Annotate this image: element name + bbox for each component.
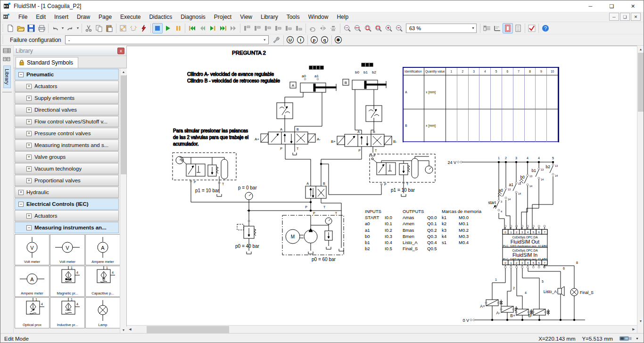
menu-project[interactable]: Project [210, 12, 236, 22]
switch-b2[interactable]: 1314b2 [532, 162, 558, 229]
symbols-panel-icon[interactable] [2, 55, 12, 64]
bolt-button[interactable] [139, 23, 149, 33]
directional-valve-a[interactable]: A+ A- A B P T [255, 128, 321, 150]
pan-button[interactable] [128, 23, 139, 33]
symbol-amp-v[interactable]: AAmpere meter [85, 234, 120, 265]
print-button[interactable] [36, 23, 47, 33]
menu-file[interactable]: File [14, 12, 32, 22]
accumulator-unit-right[interactable] [370, 154, 435, 182]
chevron-down-icon[interactable]: ▼ [60, 23, 65, 33]
symbol-volt-v[interactable]: VVolt meter [15, 234, 50, 265]
rotate-button[interactable] [307, 23, 318, 33]
menu-library[interactable]: Library [256, 12, 282, 22]
tree-item-actuators[interactable]: +Actuators [15, 210, 119, 221]
tree-item-flow-control-valves-shutoff-v-[interactable]: +Flow control valves/Shutoff v... [15, 116, 119, 127]
scrollbar-thumb[interactable] [121, 75, 126, 174]
cut-button[interactable] [83, 23, 94, 33]
toolbar-grip[interactable] [1, 24, 4, 33]
menu-insert[interactable]: Insert [50, 12, 73, 22]
ffwd-button[interactable] [228, 23, 239, 33]
symbol-prox-capacitive[interactable]: 14Capacitive p... [85, 266, 120, 297]
zoom-width-button[interactable] [352, 23, 363, 33]
watch-current-I-button[interactable]: I [296, 35, 306, 45]
scroll-left-icon[interactable]: ◀ [127, 326, 133, 333]
copy-button[interactable] [94, 23, 104, 33]
tree-item-vacuum-technology[interactable]: +Vacuum technology [15, 163, 119, 174]
library-scrollbar[interactable]: ▲ ▼ [120, 68, 126, 333]
expand-icon[interactable]: + [26, 107, 32, 113]
minimize-button[interactable]: ─ [580, 0, 601, 12]
flow-control-valve-b[interactable] [366, 106, 382, 122]
collapse-icon[interactable]: − [18, 202, 24, 207]
to-end-button[interactable] [218, 23, 228, 33]
flip-v-button[interactable] [328, 23, 339, 33]
layout-button[interactable] [492, 23, 503, 33]
library-dock-tab[interactable]: Library [3, 65, 11, 88]
zoom-level-select[interactable]: 63 %▼ [406, 24, 477, 33]
expand-icon[interactable]: + [26, 143, 32, 148]
accumulator-unit-left[interactable] [173, 153, 236, 180]
scroll-right-icon[interactable]: ▶ [630, 326, 637, 333]
scroll-up-icon[interactable]: ▲ [120, 68, 127, 75]
menu-draw[interactable]: Draw [73, 12, 94, 22]
play-step-button[interactable] [207, 23, 218, 33]
frames-button[interactable] [482, 23, 492, 33]
restore-button[interactable]: ❏ [601, 0, 622, 12]
stop-button[interactable] [152, 23, 163, 33]
symbol-volt-h[interactable]: VVolt meter [50, 234, 85, 265]
switch-b0[interactable]: 1314b0 [520, 162, 532, 229]
paste-button[interactable] [104, 23, 115, 33]
hscrollbar-thumb[interactable] [147, 326, 229, 333]
watch-pressure-p-button[interactable]: p [309, 35, 320, 45]
directional-valve-b[interactable]: B+ B- A B P T [331, 130, 397, 152]
mdi-close-button[interactable]: ✕ [631, 13, 641, 21]
cylinder-a[interactable]: a0 a1 A [290, 66, 336, 92]
expand-icon[interactable]: + [26, 96, 32, 101]
menu-tools[interactable]: Tools [282, 12, 304, 22]
menu-diagnosis[interactable]: Diagnosis [176, 12, 210, 22]
tree-item-supply-elements[interactable]: +Supply elements [15, 92, 119, 104]
symbol-lamp[interactable]: Lamp [85, 297, 120, 328]
menu-edit[interactable]: Edit [32, 12, 50, 22]
schematic-canvas[interactable]: PREGUNTA 2 Cilindro A- velocidad de avan… [127, 46, 637, 333]
library-panel-header[interactable]: Library x [14, 46, 126, 56]
license-dongle-indicator[interactable]: ▼ [619, 335, 639, 342]
expand-icon[interactable]: + [26, 166, 32, 172]
check-button[interactable] [527, 23, 537, 33]
mdi-minimize-button[interactable]: ─ [609, 13, 619, 21]
align-middle-button[interactable] [283, 23, 294, 33]
symbol-prox-inductive[interactable]: 14Inductive pr... [50, 297, 85, 328]
pause-button[interactable] [173, 23, 183, 33]
align-right-button[interactable] [263, 23, 273, 33]
displacement-step-table[interactable]: IdentificationQuantity value12345678910A… [403, 67, 559, 142]
scroll-up-icon[interactable]: ▲ [637, 46, 644, 52]
close-button[interactable]: ✕ [622, 0, 644, 12]
tree-item-proportional-valves[interactable]: +Proportional valves [15, 175, 119, 186]
wrench-button[interactable] [272, 35, 282, 45]
scroll-down-icon[interactable]: ▼ [637, 318, 644, 324]
fit-button[interactable] [118, 23, 128, 33]
collapse-icon[interactable]: − [18, 72, 24, 77]
panel-icon[interactable] [2, 47, 12, 55]
play-button[interactable] [163, 23, 173, 33]
expand-icon[interactable]: + [26, 119, 32, 124]
relief-valve[interactable]: p0 = 40 bar [235, 224, 260, 249]
help-button[interactable]: ? [540, 23, 551, 33]
failure-configuration-select[interactable]: - ▼ [65, 35, 269, 44]
pressure-gauge[interactable]: p = 0 bar [238, 185, 257, 200]
tree-item-hydraulic[interactable]: +Hydraulic [15, 187, 119, 198]
tree-item-measuring-instruments-and-s-[interactable]: +Measuring instruments and s... [15, 139, 119, 151]
canvas-vscrollbar[interactable]: ▲ ▼ [637, 46, 644, 333]
zoom-100-button[interactable] [342, 23, 352, 33]
library-close-icon[interactable]: x [117, 48, 124, 54]
zoom-in-button[interactable] [383, 23, 394, 33]
align-left-button[interactable] [242, 23, 252, 33]
zoom-page-button[interactable] [363, 23, 373, 33]
directional-valve-center[interactable]: A B P T [305, 182, 326, 209]
to-start-button[interactable] [187, 23, 197, 33]
tree-item-actuators[interactable]: +Actuators [15, 81, 119, 92]
flow-control-valve-a[interactable] [277, 103, 293, 119]
expand-icon[interactable]: + [18, 190, 24, 195]
coil-Aplus[interactable]: 1A+ [480, 268, 505, 321]
switch-a1[interactable]: 1314a1 [509, 162, 521, 229]
